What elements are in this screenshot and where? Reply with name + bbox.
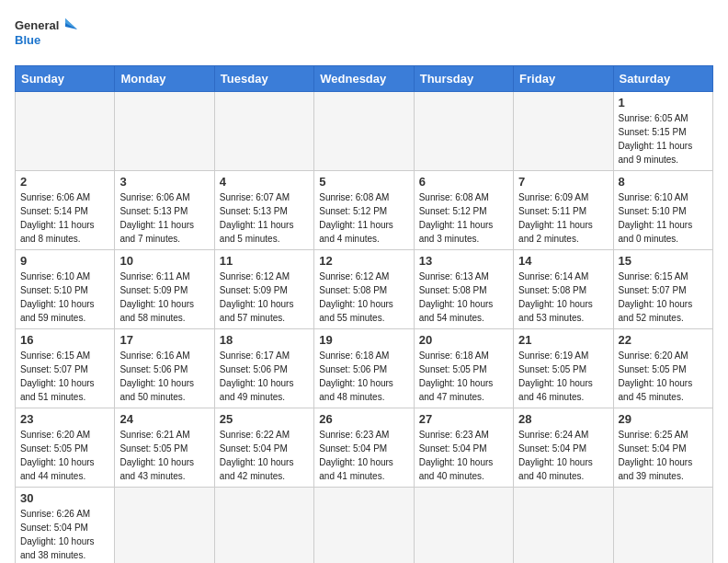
calendar-cell [214,488,313,564]
day-number: 23 [20,412,109,426]
day-info: Sunrise: 6:15 AM Sunset: 5:07 PM Dayligh… [20,349,109,404]
calendar-cell: 16Sunrise: 6:15 AM Sunset: 5:07 PM Dayli… [16,329,115,408]
calendar-week-row: 1Sunrise: 6:05 AM Sunset: 5:15 PM Daylig… [16,92,713,171]
day-info: Sunrise: 6:08 AM Sunset: 5:12 PM Dayligh… [319,190,408,246]
calendar-cell: 11Sunrise: 6:12 AM Sunset: 5:09 PM Dayli… [214,250,313,329]
day-info: Sunrise: 6:06 AM Sunset: 5:14 PM Dayligh… [20,190,109,246]
day-number: 9 [20,254,109,268]
calendar-cell: 8Sunrise: 6:10 AM Sunset: 5:10 PM Daylig… [613,171,712,250]
calendar-cell: 19Sunrise: 6:18 AM Sunset: 5:06 PM Dayli… [314,329,414,408]
svg-text:Blue: Blue [15,33,40,47]
calendar-cell: 7Sunrise: 6:09 AM Sunset: 5:11 PM Daylig… [514,171,613,250]
day-info: Sunrise: 6:18 AM Sunset: 5:05 PM Dayligh… [419,349,508,404]
calendar-cell [115,92,214,171]
calendar-cell: 3Sunrise: 6:06 AM Sunset: 5:13 PM Daylig… [115,171,214,250]
day-number: 3 [119,175,209,189]
day-header-friday: Friday [514,66,613,92]
day-number: 8 [619,175,708,189]
day-number: 18 [220,333,309,347]
calendar-cell: 9Sunrise: 6:10 AM Sunset: 5:10 PM Daylig… [16,250,115,329]
day-header-monday: Monday [115,66,214,92]
calendar-cell: 29Sunrise: 6:25 AM Sunset: 5:04 PM Dayli… [613,408,712,488]
day-number: 22 [619,333,708,347]
day-number: 21 [518,333,608,347]
day-info: Sunrise: 6:21 AM Sunset: 5:05 PM Dayligh… [119,428,209,483]
calendar-cell: 25Sunrise: 6:22 AM Sunset: 5:04 PM Dayli… [214,408,313,488]
calendar-cell: 26Sunrise: 6:23 AM Sunset: 5:04 PM Dayli… [314,408,414,488]
calendar-week-row: 30Sunrise: 6:26 AM Sunset: 5:04 PM Dayli… [16,488,713,564]
logo-svg: General Blue [15,15,79,56]
calendar-cell: 1Sunrise: 6:05 AM Sunset: 5:15 PM Daylig… [613,92,712,171]
day-number: 17 [119,333,209,347]
calendar-cell: 22Sunrise: 6:20 AM Sunset: 5:05 PM Dayli… [613,329,712,408]
day-info: Sunrise: 6:09 AM Sunset: 5:11 PM Dayligh… [518,190,608,246]
day-info: Sunrise: 6:23 AM Sunset: 5:04 PM Dayligh… [319,428,408,483]
calendar-week-row: 9Sunrise: 6:10 AM Sunset: 5:10 PM Daylig… [16,250,713,329]
day-number: 28 [518,412,608,426]
day-number: 13 [419,254,508,268]
day-info: Sunrise: 6:07 AM Sunset: 5:13 PM Dayligh… [220,190,309,246]
svg-text:General: General [15,18,59,32]
day-info: Sunrise: 6:19 AM Sunset: 5:05 PM Dayligh… [518,349,608,404]
calendar-cell [16,92,115,171]
day-number: 20 [419,333,508,347]
day-info: Sunrise: 6:26 AM Sunset: 5:04 PM Dayligh… [20,507,109,562]
day-info: Sunrise: 6:15 AM Sunset: 5:07 PM Dayligh… [619,270,708,325]
calendar-cell [414,488,513,564]
calendar-cell: 10Sunrise: 6:11 AM Sunset: 5:09 PM Dayli… [115,250,214,329]
day-info: Sunrise: 6:14 AM Sunset: 5:08 PM Dayligh… [518,270,608,325]
day-header-thursday: Thursday [414,66,513,92]
calendar-cell: 12Sunrise: 6:12 AM Sunset: 5:08 PM Dayli… [314,250,414,329]
day-info: Sunrise: 6:20 AM Sunset: 5:05 PM Dayligh… [619,349,708,404]
day-info: Sunrise: 6:05 AM Sunset: 5:15 PM Dayligh… [619,111,708,167]
logo: General Blue [15,15,79,56]
calendar-week-row: 16Sunrise: 6:15 AM Sunset: 5:07 PM Dayli… [16,329,713,408]
calendar-cell: 14Sunrise: 6:14 AM Sunset: 5:08 PM Dayli… [514,250,613,329]
day-info: Sunrise: 6:11 AM Sunset: 5:09 PM Dayligh… [119,270,209,325]
calendar-cell: 15Sunrise: 6:15 AM Sunset: 5:07 PM Dayli… [613,250,712,329]
day-number: 10 [119,254,209,268]
day-header-sunday: Sunday [16,66,115,92]
calendar-cell [115,488,214,564]
day-info: Sunrise: 6:06 AM Sunset: 5:13 PM Dayligh… [119,190,209,246]
day-header-tuesday: Tuesday [214,66,313,92]
day-info: Sunrise: 6:13 AM Sunset: 5:08 PM Dayligh… [419,270,508,325]
calendar-cell: 20Sunrise: 6:18 AM Sunset: 5:05 PM Dayli… [414,329,513,408]
day-number: 12 [319,254,408,268]
day-info: Sunrise: 6:10 AM Sunset: 5:10 PM Dayligh… [619,190,708,246]
day-number: 4 [220,175,309,189]
day-info: Sunrise: 6:24 AM Sunset: 5:04 PM Dayligh… [518,428,608,483]
day-number: 14 [518,254,608,268]
calendar-cell [314,92,414,171]
day-number: 11 [220,254,309,268]
day-info: Sunrise: 6:20 AM Sunset: 5:05 PM Dayligh… [20,428,109,483]
page-header: General Blue [15,15,713,56]
calendar-cell [214,92,313,171]
calendar-cell [613,488,712,564]
day-number: 2 [20,175,109,189]
day-number: 7 [518,175,608,189]
day-info: Sunrise: 6:23 AM Sunset: 5:04 PM Dayligh… [419,428,508,483]
calendar-cell: 6Sunrise: 6:08 AM Sunset: 5:12 PM Daylig… [414,171,513,250]
calendar-cell: 18Sunrise: 6:17 AM Sunset: 5:06 PM Dayli… [214,329,313,408]
day-info: Sunrise: 6:25 AM Sunset: 5:04 PM Dayligh… [619,428,708,483]
calendar-week-row: 23Sunrise: 6:20 AM Sunset: 5:05 PM Dayli… [16,408,713,488]
day-info: Sunrise: 6:18 AM Sunset: 5:06 PM Dayligh… [319,349,408,404]
calendar-cell [314,488,414,564]
day-number: 24 [119,412,209,426]
day-number: 15 [619,254,708,268]
day-header-saturday: Saturday [613,66,712,92]
calendar-cell: 23Sunrise: 6:20 AM Sunset: 5:05 PM Dayli… [16,408,115,488]
day-info: Sunrise: 6:12 AM Sunset: 5:09 PM Dayligh… [220,270,309,325]
calendar-cell: 21Sunrise: 6:19 AM Sunset: 5:05 PM Dayli… [514,329,613,408]
day-info: Sunrise: 6:12 AM Sunset: 5:08 PM Dayligh… [319,270,408,325]
calendar-cell: 4Sunrise: 6:07 AM Sunset: 5:13 PM Daylig… [214,171,313,250]
day-number: 19 [319,333,408,347]
day-info: Sunrise: 6:22 AM Sunset: 5:04 PM Dayligh… [220,428,309,483]
calendar-cell [514,488,613,564]
day-number: 16 [20,333,109,347]
day-info: Sunrise: 6:08 AM Sunset: 5:12 PM Dayligh… [419,190,508,246]
calendar-cell [414,92,513,171]
calendar-cell: 28Sunrise: 6:24 AM Sunset: 5:04 PM Dayli… [514,408,613,488]
day-info: Sunrise: 6:10 AM Sunset: 5:10 PM Dayligh… [20,270,109,325]
